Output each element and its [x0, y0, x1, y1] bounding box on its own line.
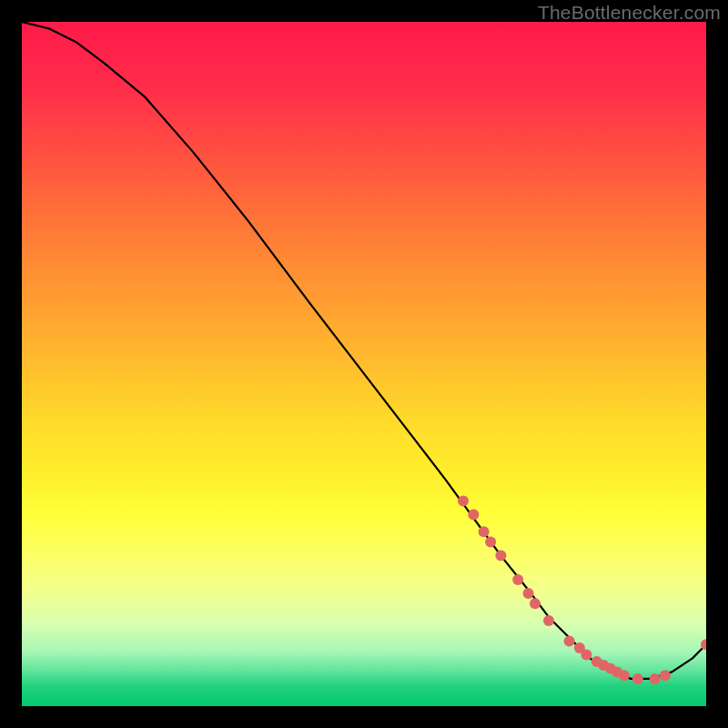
bottleneck-curve: [22, 22, 706, 679]
data-markers: [458, 495, 706, 684]
data-marker: [632, 673, 643, 684]
data-marker: [485, 537, 496, 548]
watermark-text: TheBottlenecker.com: [538, 2, 721, 24]
data-marker: [581, 650, 592, 661]
data-marker: [619, 670, 630, 681]
data-marker: [543, 615, 554, 626]
data-marker: [650, 673, 661, 684]
data-marker: [479, 526, 490, 537]
data-marker: [660, 670, 671, 681]
data-marker: [495, 551, 506, 561]
data-marker: [530, 598, 541, 609]
data-marker: [564, 636, 575, 647]
chart-stage: TheBottlenecker.com: [0, 0, 728, 728]
data-marker: [512, 574, 523, 585]
data-marker: [458, 495, 469, 506]
data-marker: [523, 588, 534, 599]
data-marker: [468, 509, 479, 520]
chart-svg: [22, 22, 706, 706]
plot-area: [22, 22, 706, 706]
